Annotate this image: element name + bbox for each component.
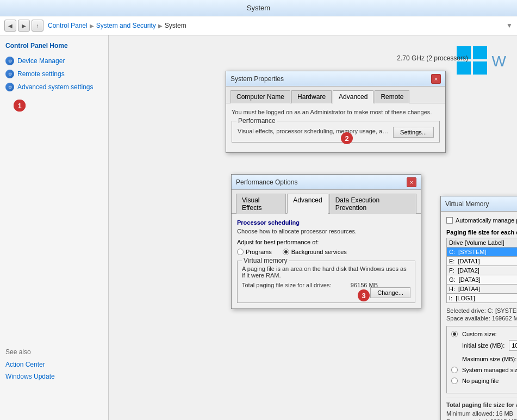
vm-dialog-content: Automatically manage paging file size fo… — [441, 212, 517, 420]
step-badge-2: 2 — [341, 132, 353, 144]
performance-group-label: Performance — [236, 117, 277, 125]
system-managed-label: System managed size — [462, 367, 517, 373]
tab-perf-advanced[interactable]: Advanced — [287, 194, 328, 214]
vm-title-bar: Virtual Memory × — [441, 196, 517, 212]
remote-settings-label: Remote settings — [17, 70, 65, 78]
sys-props-tabs: Computer Name Hardware Advanced Remote — [226, 87, 445, 103]
sys-props-close-button[interactable]: × — [431, 74, 441, 84]
svg-rect-3 — [473, 61, 487, 75]
background-radio[interactable]: Background services — [283, 249, 347, 255]
programs-radio-circle — [237, 249, 244, 255]
table-row[interactable]: F: [DATA2]10000 - 30000 — [447, 266, 518, 275]
device-manager-icon: ⚙ — [5, 57, 14, 65]
breadcrumb-sep-1: ▶ — [90, 23, 94, 29]
step-badge-3: 3 — [358, 289, 370, 301]
table-row[interactable]: E: [DATA1]10000 - 30000 — [447, 257, 518, 266]
system-managed-radio[interactable] — [451, 367, 458, 373]
drive-cell: G: [DATA3] — [447, 275, 518, 285]
tab-computer-name[interactable]: Computer Name — [231, 90, 290, 103]
sidebar-item-device-manager[interactable]: ⚙ Device Manager — [5, 55, 103, 67]
performance-options-dialog: Performance Options × Visual Effects Adv… — [231, 174, 421, 309]
sidebar-item-action-center[interactable]: Action Center — [5, 359, 103, 370]
main-content: W 2.70 GHz (2 processors) System Propert… — [109, 35, 517, 420]
min-allowed-row: Minimum allowed: 16 MB — [446, 410, 517, 417]
max-size-row: Maximum size (MB): — [451, 354, 517, 365]
processor-info: 2.70 GHz (2 processors) — [397, 54, 468, 62]
windows-update-label: Windows Update — [5, 373, 55, 380]
programs-radio[interactable]: Programs — [237, 249, 272, 255]
custom-size-radio[interactable] — [451, 331, 458, 337]
see-also-section: See also Action Center Windows Update — [5, 337, 103, 382]
sys-props-content: You must be logged on as an Administrato… — [226, 103, 445, 152]
back-button[interactable]: ◀ — [4, 20, 16, 32]
tab-visual-effects[interactable]: Visual Effects — [236, 194, 286, 214]
space-available-label: Space available: — [446, 315, 490, 322]
breadcrumb-control-panel[interactable]: Control Panel — [48, 22, 88, 29]
main-window: ◀ ▶ ↑ Control Panel ▶ System and Securit… — [0, 16, 517, 420]
sidebar: Control Panel Home ⚙ Device Manager ⚙ Re… — [0, 35, 109, 420]
table-row[interactable]: H: [DATA4]10000 - 30000 — [447, 285, 518, 294]
change-paging-button[interactable]: Change... — [370, 287, 410, 298]
vm-dialog-title: Virtual Memory — [445, 200, 489, 208]
up-button[interactable]: ↑ — [32, 20, 43, 32]
selected-drive-value: C: [SYSTEM] — [488, 307, 517, 314]
step-badge-1: 1 — [14, 100, 26, 112]
adjust-label: Adjust for best performance of: — [237, 239, 415, 245]
sidebar-item-windows-update[interactable]: Windows Update — [5, 371, 103, 382]
no-paging-radio[interactable] — [451, 378, 458, 384]
drive-cell: H: [DATA4] — [447, 285, 518, 294]
perf-opts-content: Processor scheduling Choose how to alloc… — [232, 214, 421, 308]
total-summary-section: Total paging file size for all drives Mi… — [446, 398, 517, 420]
table-row[interactable]: C: [SYSTEM]10000 - 30000 — [447, 248, 518, 257]
drive-cell: C: [SYSTEM] — [447, 248, 518, 257]
space-available-row: Space available: 169662 MB — [446, 315, 517, 322]
device-manager-label: Device Manager — [17, 57, 65, 65]
address-dropdown[interactable]: ▼ — [506, 22, 513, 29]
processor-scheduling-title: Processor scheduling — [237, 219, 415, 226]
processor-scheduling-desc: Choose how to allocate processor resourc… — [237, 228, 415, 234]
perf-opts-close-button[interactable]: × — [407, 177, 416, 187]
selected-drive-info: Selected drive: C: [SYSTEM] Space availa… — [446, 307, 517, 322]
control-panel-home-link[interactable]: Control Panel Home — [5, 42, 103, 50]
svg-rect-2 — [457, 61, 471, 75]
no-paging-label: No paging file — [462, 378, 499, 384]
virtual-memory-dialog: Virtual Memory × Automatically manage pa… — [440, 196, 517, 420]
tab-advanced-sys[interactable]: Advanced — [333, 90, 373, 103]
no-paging-row: No paging file Set — [451, 375, 517, 386]
background-radio-circle — [283, 249, 289, 255]
perf-opts-tabs: Visual Effects Advanced Data Execution P… — [232, 190, 421, 214]
tab-remote[interactable]: Remote — [375, 90, 409, 103]
drive-column-header: Drive [Volume Label] — [447, 238, 518, 248]
paging-per-drive-label: Paging file size for each drive — [446, 229, 517, 236]
breadcrumb-sep-2: ▶ — [158, 23, 163, 29]
content-area: Control Panel Home ⚙ Device Manager ⚙ Re… — [0, 35, 517, 420]
tab-hardware[interactable]: Hardware — [291, 90, 332, 103]
paging-table: Drive [Volume Label] Paging File Size (M… — [446, 238, 517, 303]
perf-opts-title: Performance Options — [236, 178, 297, 186]
sidebar-item-advanced-system[interactable]: ⚙ Advanced system settings — [5, 81, 103, 93]
sys-props-title-bar: System Properties × — [226, 71, 445, 87]
performance-settings-button[interactable]: Settings... — [393, 127, 434, 138]
sidebar-item-remote-settings[interactable]: ⚙ Remote settings — [5, 68, 103, 80]
forward-button[interactable]: ▶ — [18, 20, 30, 32]
selected-drive-row: Selected drive: C: [SYSTEM] — [446, 307, 517, 314]
title-bar: System — [0, 0, 517, 16]
initial-size-row: Initial size (MB): 4 — [451, 339, 517, 351]
table-row[interactable]: G: [DATA3]10000 - 30000 — [447, 275, 518, 285]
table-row[interactable]: I: [LOG1]10000 - 30000 — [447, 294, 518, 303]
initial-size-input[interactable] — [509, 340, 517, 351]
breadcrumb-system-security[interactable]: System and Security — [96, 22, 156, 29]
windows-brand-letter: W — [492, 53, 506, 70]
system-properties-dialog: System Properties × Computer Name Hardwa… — [226, 71, 446, 153]
max-size-label: Maximum size (MB): — [462, 356, 516, 362]
background-radio-label: Background services — [291, 249, 347, 255]
see-also-title: See also — [5, 348, 103, 356]
tab-dep[interactable]: Data Execution Prevention — [329, 194, 416, 214]
auto-manage-checkbox[interactable] — [446, 217, 453, 224]
remote-settings-icon: ⚙ — [5, 70, 14, 78]
custom-size-label: Custom size: — [462, 331, 497, 337]
system-managed-row: System managed size — [451, 367, 517, 373]
admin-warning: You must be logged on as an Administrato… — [232, 109, 440, 115]
auto-manage-row[interactable]: Automatically manage paging file size fo… — [446, 217, 517, 224]
advanced-system-icon: ⚙ — [5, 83, 14, 91]
